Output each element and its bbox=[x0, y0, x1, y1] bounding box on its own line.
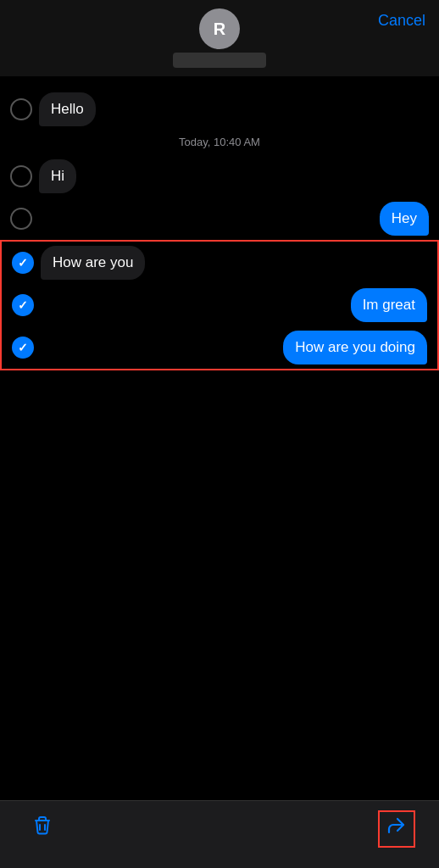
select-circle-how-are-you-doing[interactable] bbox=[12, 337, 34, 359]
message-row[interactable]: Hi bbox=[0, 155, 439, 198]
message-row[interactable]: Hello bbox=[0, 88, 439, 131]
trash-icon bbox=[31, 814, 54, 843]
timestamp: Today, 10:40 AM bbox=[179, 136, 260, 148]
contact-name-bar bbox=[173, 53, 266, 68]
share-button-wrapper[interactable] bbox=[378, 810, 415, 848]
header: R Cancel bbox=[0, 0, 439, 76]
select-circle-hey[interactable] bbox=[10, 208, 32, 230]
selected-messages-section: How are you Im great How are you doing bbox=[0, 240, 439, 370]
bubble-how-are-you: How are you bbox=[41, 246, 145, 280]
bubble-hello: Hello bbox=[39, 92, 96, 126]
bubble-hey: Hey bbox=[380, 202, 429, 236]
bubble-im-great: Im great bbox=[351, 288, 427, 322]
select-circle-im-great[interactable] bbox=[12, 294, 34, 316]
select-circle-hi[interactable] bbox=[10, 165, 32, 187]
bubble-how-are-you-doing: How are you doing bbox=[283, 331, 427, 364]
message-row[interactable]: How are you doing bbox=[2, 326, 437, 369]
bottom-toolbar bbox=[0, 800, 439, 868]
share-button[interactable] bbox=[386, 815, 408, 843]
cancel-button[interactable]: Cancel bbox=[378, 12, 425, 30]
select-circle-how-are-you[interactable] bbox=[12, 252, 34, 274]
message-row[interactable]: Hey bbox=[0, 198, 439, 240]
message-row[interactable]: How are you bbox=[2, 242, 437, 284]
messages-area: Hello Today, 10:40 AM Hi Hey How are you bbox=[0, 76, 439, 814]
delete-button[interactable] bbox=[24, 810, 61, 848]
message-row[interactable]: Im great bbox=[2, 284, 437, 326]
timestamp-row: Today, 10:40 AM bbox=[0, 131, 439, 155]
bubble-hi: Hi bbox=[39, 159, 76, 193]
avatar: R bbox=[199, 8, 240, 49]
share-icon bbox=[386, 815, 408, 843]
select-circle-hello[interactable] bbox=[10, 98, 32, 120]
